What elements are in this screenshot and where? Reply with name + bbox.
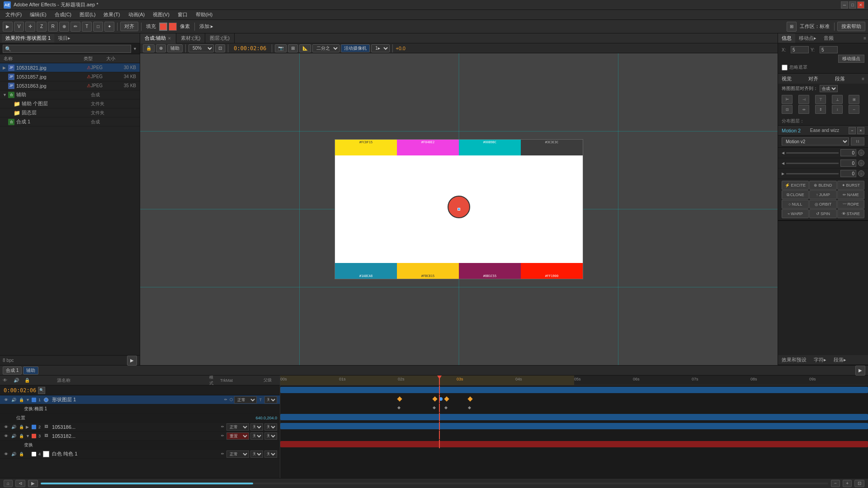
kf-1a[interactable]	[397, 396, 402, 401]
action-null[interactable]: ○NULL	[782, 200, 809, 209]
tl-4-edit[interactable]: ✏	[221, 452, 224, 456]
status-play[interactable]: ▶	[28, 480, 38, 487]
menu-help[interactable]: 帮助(H)	[192, 10, 216, 19]
menu-file[interactable]: 文件(F)	[2, 10, 25, 19]
motion2-collapse[interactable]: −	[849, 127, 856, 134]
align-left[interactable]: ⊢	[782, 95, 793, 104]
tl-3-vis[interactable]: 👁	[3, 433, 9, 439]
tool-pen[interactable]: ✏	[71, 22, 80, 32]
tab-paragraph[interactable]: 段落▸	[830, 357, 850, 363]
tab-effects[interactable]: 效果控件:形状图层 1	[2, 34, 54, 42]
tl-3-edit[interactable]: ✏	[221, 434, 224, 438]
slider-2-track[interactable]	[786, 173, 839, 174]
kf-pos-1[interactable]	[397, 406, 401, 409]
tab-info[interactable]: 信息	[778, 33, 795, 43]
tl-1-vis[interactable]: 👁	[3, 397, 9, 403]
search-help-btn[interactable]: 搜索帮助	[837, 22, 865, 31]
tl-layer-1-sub2[interactable]: 位置 640.0,204.0	[0, 413, 280, 422]
tl-layer-1[interactable]: 👁 🔊 🔒 ▼ 1 形状图层 1 ✏ ⬡ 正常 T 无	[0, 395, 280, 404]
action-spin[interactable]: ↺SPIN	[809, 209, 836, 218]
tool-text[interactable]: T	[82, 22, 92, 32]
slider-0-track[interactable]	[786, 152, 839, 154]
view-select[interactable]: 1▸	[371, 44, 390, 52]
file-item-2[interactable]: JP10531863.jpg⚠JPEG35 KB	[0, 81, 140, 90]
slider-0-left-arrow[interactable]: ◀	[782, 151, 784, 155]
maximize-button[interactable]: □	[849, 1, 856, 9]
tl-layer-2[interactable]: 👁 🔊 🔒 ▶ 2 🖼 1053186... ✏ 正常 无 无	[0, 422, 280, 432]
motion2-close[interactable]: ×	[857, 127, 864, 134]
search-options[interactable]: ▼	[133, 47, 137, 51]
menu-layer[interactable]: 图层(L)	[76, 10, 99, 19]
guides-btn[interactable]: 📐	[299, 44, 311, 52]
tab-audio[interactable]: 音频	[820, 33, 837, 43]
slider-0-input[interactable]	[840, 149, 856, 156]
tl-layer-1-sub1[interactable]: 变换:椭圆 1	[0, 404, 280, 413]
kf-pos-2[interactable]	[433, 406, 436, 409]
align-top[interactable]: ⊥	[832, 95, 843, 104]
tl-1-mask[interactable]: ⬡	[230, 398, 233, 402]
dist-v[interactable]: ⇕	[815, 105, 826, 114]
dist-4[interactable]: ↔	[849, 105, 859, 114]
tl-layer-4[interactable]: 👁 🔊 🔒 4 白色 纯色 1 ✏ 正常 无 无	[0, 450, 280, 459]
zoom-select[interactable]: 50% 100% 200%	[189, 44, 214, 52]
status-zoom-in[interactable]: +	[843, 480, 852, 487]
comp-flow-btn[interactable]: ⊕	[156, 44, 166, 52]
tl-3-lock[interactable]: 🔒	[18, 433, 24, 439]
action-name[interactable]: ✏NAME	[837, 190, 864, 199]
align-bottom[interactable]: ⊡	[782, 105, 793, 114]
tl-3-trk-select[interactable]: 无	[250, 432, 263, 440]
tl-2-trk-select[interactable]: 无	[250, 423, 263, 431]
search-input[interactable]	[3, 45, 131, 53]
tl-timecode[interactable]: 0:00:02:06	[4, 387, 36, 394]
slider-2-reset[interactable]: ○	[858, 170, 864, 177]
tl-3-parent-select[interactable]: 无	[264, 432, 277, 440]
menu-edit[interactable]: 编辑(E)	[26, 10, 50, 19]
status-progress-bar[interactable]	[41, 483, 828, 484]
dist-h[interactable]: ⇔	[798, 105, 809, 114]
snapshot-btn[interactable]: 📷	[275, 44, 287, 52]
tl-render-btn[interactable]: ▶	[855, 366, 865, 375]
tab-motion-point[interactable]: 移动点▸	[795, 33, 820, 43]
status-zoom-out[interactable]: −	[831, 480, 840, 487]
ignore-layer-checkbox[interactable]	[782, 65, 788, 70]
menu-comp[interactable]: 合成(C)	[51, 10, 75, 19]
grid-btn[interactable]: ⊞	[288, 44, 298, 52]
tool-move[interactable]: V	[14, 22, 24, 32]
render-btn[interactable]: ▶	[127, 356, 137, 366]
tl-1-lock[interactable]: 🔒	[18, 397, 24, 403]
action-stare[interactable]: 👁STARE	[837, 209, 864, 218]
tl-3-aud[interactable]: 🔊	[10, 433, 17, 439]
menu-window[interactable]: 窗口	[174, 10, 191, 19]
file-item-0[interactable]: ▶JP10531821.jpg⚠JPEG30 KB	[0, 63, 140, 72]
tl-4-mode[interactable]: 正常	[226, 450, 249, 458]
close-button[interactable]: ✕	[857, 1, 864, 9]
tl-search-btn[interactable]: 🔍	[38, 387, 45, 394]
menu-animation[interactable]: 动画(A)	[125, 10, 149, 19]
motion2-graph-btn[interactable]: ⌇⌇	[851, 137, 864, 145]
tool-paint[interactable]: ✦	[104, 22, 114, 32]
tool-select[interactable]: ▶	[3, 22, 13, 32]
file-item-4[interactable]: 📁辅助 个图层文件夹	[0, 99, 140, 108]
tab-mat[interactable]: 素材:(无)	[176, 33, 205, 43]
tool-shape[interactable]: □	[93, 22, 103, 32]
file-item-1[interactable]: JP10531857.jpg⚠JPEG34 KB	[0, 72, 140, 81]
tab-effects-preset[interactable]: 效果和预设	[778, 357, 810, 363]
right-panel-menu[interactable]: ≡	[862, 36, 868, 41]
tl-3-mode[interactable]: 重置	[226, 432, 249, 440]
menu-effects[interactable]: 效果(T)	[100, 10, 123, 19]
file-item-5[interactable]: 📁固态层文件夹	[0, 108, 140, 117]
tl-2-expand[interactable]: ▶	[26, 425, 30, 429]
status-home[interactable]: ⌂	[4, 480, 13, 487]
kf-pos-3[interactable]	[444, 406, 448, 409]
red-circle[interactable]	[448, 196, 470, 218]
slider-1-reset[interactable]: ○	[858, 160, 864, 166]
status-prev-frame[interactable]: ⊲	[15, 480, 25, 487]
tl-aux-tab[interactable]: 辅助	[23, 366, 38, 375]
align-to-select[interactable]: 合成	[820, 85, 838, 92]
kf-pos-4[interactable]	[468, 406, 471, 409]
workspace-icon[interactable]: ⊞	[787, 22, 797, 32]
x-coord-input[interactable]	[791, 46, 809, 53]
tl-2-edit[interactable]: ✏	[221, 425, 224, 429]
tool-scale[interactable]: Z	[37, 22, 47, 32]
fit-btn[interactable]: ⊡	[215, 44, 225, 52]
